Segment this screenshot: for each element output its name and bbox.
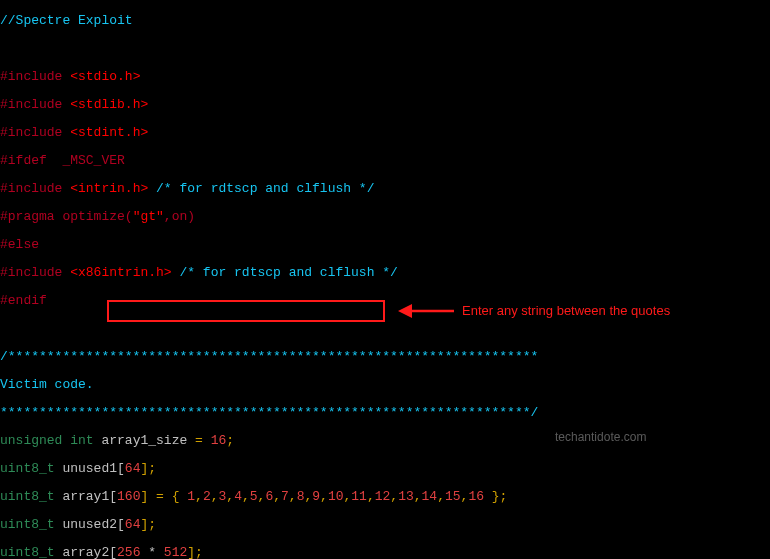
- include-directive: #include: [0, 69, 70, 84]
- array-init-values: 1,2,3,4,5,6,7,8,9,10,11,12,13,14,15,16: [187, 489, 484, 504]
- comment: //Spectre Exploit: [0, 13, 133, 28]
- code-editor[interactable]: //Spectre Exploit #include <stdio.h> #in…: [0, 0, 770, 559]
